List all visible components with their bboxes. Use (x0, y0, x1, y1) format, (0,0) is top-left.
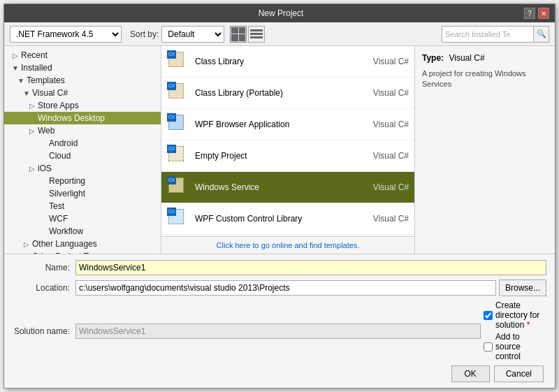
list-view-button[interactable] (248, 26, 265, 43)
tree-item-label: WCF (49, 214, 161, 224)
add-source-checkbox[interactable] (484, 342, 493, 351)
search-input[interactable] (442, 27, 533, 42)
template-icon: C# (167, 113, 189, 136)
sortby-label: Sort by: (130, 29, 159, 39)
ok-button[interactable]: OK (451, 365, 490, 382)
close-button[interactable]: ✕ (538, 8, 549, 19)
tree-item-label: Reporting (49, 176, 161, 186)
name-input[interactable] (75, 260, 546, 275)
tree-item-workflow[interactable]: Workflow (4, 225, 161, 238)
location-input[interactable] (75, 280, 496, 296)
tree-item-label: Templates (27, 75, 161, 85)
tree-item-windows-desktop[interactable]: Windows Desktop (4, 112, 161, 124)
template-lang: Visual C# (373, 119, 409, 129)
arrow-icon: ▷ (10, 52, 21, 59)
main-content: ▷ Recent ▼ Installed ▼ Templates ▼ Visua… (4, 46, 555, 254)
search-button[interactable]: 🔍 (533, 27, 549, 42)
template-name: Class Library (Portable) (195, 88, 368, 98)
sort-select[interactable]: Default (161, 26, 224, 43)
template-item-wpf-browser[interactable]: C# WPF Browser Application Visual C# (161, 109, 414, 140)
tree-item-ios[interactable]: ▷ iOS (4, 162, 161, 175)
tree-item-test[interactable]: Test (4, 200, 161, 212)
template-item-empty-project[interactable]: C# Empty Project Visual C# (161, 140, 414, 172)
create-dir-label: Create directory for solution * (495, 300, 546, 330)
tree-item-wcf[interactable]: WCF (4, 212, 161, 225)
arrow-icon: ▼ (15, 77, 27, 85)
dialog-title: New Project (38, 8, 524, 18)
grid-cell (231, 34, 238, 41)
tree-item-android[interactable]: Android (4, 137, 161, 150)
type-description: A project for creating Windows Services (422, 68, 548, 90)
tree-item-installed[interactable]: ▼ Installed (4, 61, 161, 74)
left-panel: ▷ Recent ▼ Installed ▼ Templates ▼ Visua… (4, 46, 161, 254)
tree-item-label: Recent (21, 50, 161, 60)
tree-item-label: Cloud (49, 151, 161, 161)
template-icon: C# (167, 176, 189, 198)
create-dir-row: Create directory for solution * (484, 300, 546, 330)
tree-item-reporting[interactable]: Reporting (4, 175, 161, 187)
required-indicator: * (527, 320, 530, 330)
right-panel: Type: Visual C# A project for creating W… (415, 46, 555, 254)
grid-view-button[interactable] (230, 26, 247, 43)
template-lang: Visual C# (373, 214, 409, 224)
list-icon (250, 29, 263, 38)
grid-cell (231, 27, 238, 34)
solution-name-row: Solution name: Create directory for solu… (13, 300, 546, 361)
tree-item-silverlight[interactable]: Silverlight (4, 187, 161, 200)
template-item-wpf-custom-control[interactable]: C# WPF Custom Control Library Visual C# (161, 203, 414, 235)
online-link-anchor[interactable]: Click here to go online and find templat… (217, 241, 360, 249)
template-item-class-library-portable[interactable]: C# Class Library (Portable) Visual C# (161, 78, 414, 109)
tree-item-cloud[interactable]: Cloud (4, 150, 161, 162)
search-box: 🔍 (442, 26, 549, 43)
tree-item-other-languages[interactable]: ▷ Other Languages (4, 238, 161, 250)
tree-item-label: Visual C# (32, 88, 161, 98)
arrow-icon: ▼ (21, 89, 32, 97)
template-item-windows-service[interactable]: C# Windows Service Visual C# (161, 172, 414, 203)
tree-item-recent[interactable]: ▷ Recent (4, 49, 161, 61)
template-name: Class Library (195, 57, 368, 66)
template-lang: Visual C# (373, 182, 409, 192)
grid-icon (231, 27, 245, 41)
source-control-row: Add to source control (484, 332, 546, 361)
template-lang: Visual C# (373, 151, 409, 161)
create-dir-checkbox[interactable] (484, 311, 493, 320)
tree-item-visual-csharp[interactable]: ▼ Visual C# (4, 87, 161, 99)
template-list: C# Class Library Visual C# C# Class Libr… (161, 46, 414, 236)
title-bar: New Project ? ✕ (4, 4, 555, 22)
template-item-class-library[interactable]: C# Class Library Visual C# (161, 46, 414, 78)
cancel-button[interactable]: Cancel (494, 365, 544, 382)
tree-item-label: Installed (21, 63, 161, 73)
grid-cell (239, 34, 246, 41)
tree-item-label: Android (49, 138, 161, 148)
bottom-form: Name: Location: Browse... Solution name:… (4, 254, 555, 388)
template-name: Empty Project (195, 151, 368, 161)
template-name: WPF Custom Control Library (195, 214, 368, 224)
arrow-icon: ▷ (27, 127, 38, 135)
browse-button[interactable]: Browse... (499, 280, 546, 296)
location-label: Location: (13, 283, 75, 293)
framework-select[interactable]: .NET Framework 4.5 (10, 26, 122, 43)
tree-item-web[interactable]: ▷ Web (4, 124, 161, 137)
arrow-icon: ▷ (27, 165, 38, 173)
online-link[interactable]: Click here to go online and find templat… (161, 236, 414, 254)
name-row: Name: (13, 260, 546, 275)
tree-item-templates[interactable]: ▼ Templates (4, 74, 161, 87)
tree-item-label: Other Languages (32, 239, 161, 249)
solution-name-input[interactable] (75, 324, 481, 339)
template-lang: Visual C# (373, 88, 409, 98)
arrow-icon: ▼ (10, 64, 21, 72)
type-label: Type: Visual C# (422, 53, 548, 63)
tree-item-store-apps[interactable]: ▷ Store Apps (4, 99, 161, 112)
tree-item-label: Test (49, 201, 161, 211)
grid-cell (239, 27, 246, 34)
help-button[interactable]: ? (524, 8, 535, 19)
new-project-dialog: New Project ? ✕ .NET Framework 4.5 Sort … (3, 3, 556, 389)
template-icon: C# (167, 145, 189, 167)
location-row: Location: Browse... (13, 280, 546, 296)
template-name: Windows Service (195, 182, 368, 192)
center-panel: C# Class Library Visual C# C# Class Libr… (161, 46, 415, 254)
view-buttons (230, 26, 265, 43)
list-line (250, 29, 263, 31)
solution-name-label: Solution name: (13, 326, 75, 336)
title-bar-controls: ? ✕ (524, 8, 549, 19)
